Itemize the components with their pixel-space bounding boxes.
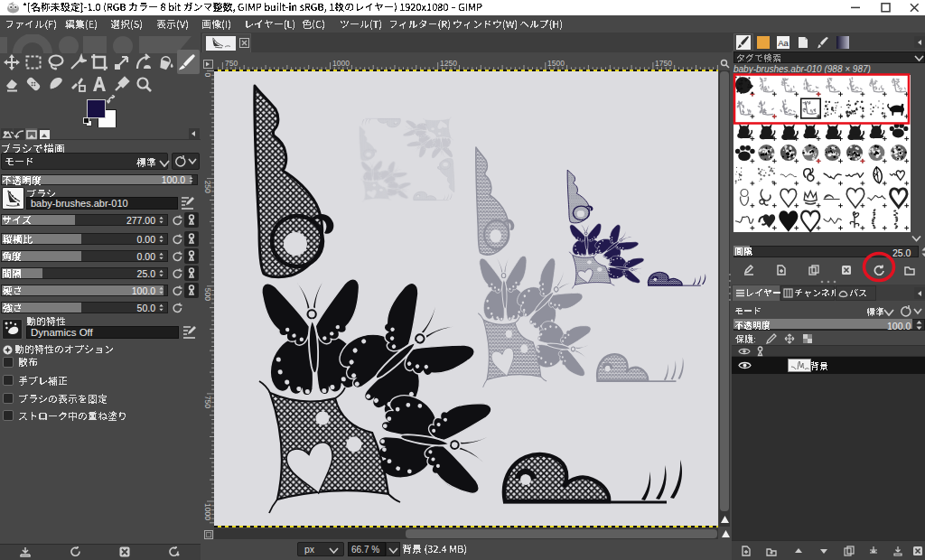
svg-text:1000: 1000 (332, 59, 350, 68)
svg-text:1250: 1250 (440, 59, 457, 68)
svg-text:500: 500 (203, 288, 212, 301)
svg-text:Aa: Aa (778, 38, 789, 48)
svg-text:1750: 1750 (655, 59, 672, 68)
svg-text:1500: 1500 (547, 59, 565, 68)
svg-text:0: 0 (203, 73, 212, 78)
svg-text:750: 750 (203, 396, 212, 408)
svg-text:750: 750 (225, 59, 238, 68)
svg-text:1000: 1000 (203, 503, 212, 520)
svg-text:250: 250 (203, 181, 212, 193)
